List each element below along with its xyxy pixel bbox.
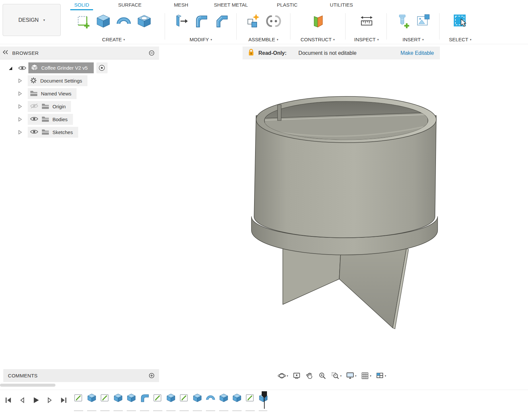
- offset-plane-icon[interactable]: [309, 12, 327, 30]
- toolbar-group-modify: MODIFY▾: [167, 11, 235, 44]
- fillet-icon[interactable]: [192, 12, 210, 30]
- workspace-tabbar: SOLID SURFACE MESH SHEET METAL PLASTIC U…: [68, 0, 358, 11]
- step-back-icon[interactable]: [16, 395, 28, 406]
- dropdown-caret-icon: ▾: [211, 38, 212, 41]
- timeline-feature-extrude-icon[interactable]: [232, 393, 242, 403]
- zoom-icon[interactable]: [317, 370, 328, 381]
- insert-dropdown[interactable]: INSERT▾: [390, 37, 436, 42]
- visibility-off-eye-icon[interactable]: [30, 103, 38, 110]
- main-toolbar: SOLID SURFACE MESH SHEET METAL PLASTIC U…: [0, 0, 528, 44]
- press-pull-icon[interactable]: [172, 12, 189, 30]
- skip-to-end-icon[interactable]: [58, 395, 69, 406]
- collapsed-caret-icon[interactable]: [17, 104, 23, 109]
- timeline-feature-sketch-icon[interactable]: [245, 393, 255, 403]
- modify-dropdown[interactable]: MODIFY▾: [167, 37, 235, 42]
- tree-row-bodies[interactable]: Bodies: [0, 113, 159, 126]
- tab-plastic[interactable]: PLASTIC: [272, 0, 302, 11]
- dropdown-caret-icon: ▾: [43, 18, 45, 22]
- select-dropdown[interactable]: SELECT▾: [443, 37, 478, 42]
- timeline-feature-sketch-icon[interactable]: [100, 393, 110, 403]
- step-forward-icon[interactable]: [44, 395, 55, 406]
- timeline-feature-sketch-icon[interactable]: [152, 393, 163, 403]
- skip-to-start-icon[interactable]: [3, 395, 14, 406]
- timeline-features: [73, 393, 269, 403]
- timeline-feature-extrude-icon[interactable]: [192, 393, 203, 403]
- view-navigation-toolbar: ▾ ▾ ▾ ▾ ▾: [277, 370, 387, 382]
- tree-row-origin[interactable]: Origin: [0, 100, 159, 113]
- orbit-icon[interactable]: ▾: [277, 370, 289, 381]
- collapsed-caret-icon[interactable]: [17, 78, 23, 83]
- component-cube-icon: [31, 64, 38, 72]
- dropdown-caret-icon: ▾: [340, 374, 342, 377]
- measure-icon[interactable]: [358, 12, 376, 30]
- dropdown-caret-icon: ▾: [355, 374, 356, 377]
- timeline-feature-extrude-icon[interactable]: [166, 393, 176, 403]
- activate-component-radio[interactable]: [96, 62, 108, 73]
- collapsed-caret-icon[interactable]: [17, 130, 23, 135]
- root-component-label: Coffee Grinder V2 v5: [41, 65, 88, 71]
- timeline-bar: [0, 390, 528, 420]
- timeline-feature-extrude-icon[interactable]: [126, 393, 137, 403]
- toolbar-group-inspect: INSPECT▾: [349, 11, 384, 44]
- collapse-panel-icon[interactable]: [3, 50, 8, 56]
- tab-solid[interactable]: SOLID: [70, 0, 94, 11]
- toolbar-group-construct: CONSTRUCT▾: [294, 11, 342, 44]
- timeline-feature-sketch-icon[interactable]: [179, 393, 189, 403]
- construct-dropdown[interactable]: CONSTRUCT▾: [294, 37, 342, 42]
- look-at-icon[interactable]: [291, 370, 302, 381]
- play-icon[interactable]: [30, 395, 42, 406]
- timeline-feature-sketch-icon[interactable]: [73, 393, 84, 403]
- new-component-icon[interactable]: [244, 12, 262, 30]
- expanded-caret-icon[interactable]: [7, 66, 13, 70]
- timeline-feature-fillet-icon[interactable]: [139, 393, 150, 403]
- comments-bar[interactable]: COMMENTS: [3, 369, 159, 382]
- tree-row-document-settings[interactable]: Document Settings: [0, 74, 159, 87]
- timeline-feature-extrude-icon[interactable]: [113, 393, 123, 403]
- grid-settings-icon[interactable]: ▾: [360, 370, 372, 381]
- inspect-dropdown[interactable]: INSPECT▾: [349, 37, 384, 42]
- joint-icon[interactable]: [265, 12, 282, 30]
- tree-row-named-views[interactable]: Named Views: [0, 87, 159, 100]
- chamfer-icon[interactable]: [213, 12, 230, 30]
- tree-row-root[interactable]: Coffee Grinder V2 v5: [0, 61, 159, 74]
- timeline-feature-revolve-icon[interactable]: [205, 393, 216, 403]
- visibility-eye-icon[interactable]: [30, 129, 38, 136]
- create-sketch-icon[interactable]: [74, 12, 92, 30]
- timeline-feature-extrude-icon[interactable]: [86, 393, 97, 403]
- tree-row-sketches[interactable]: Sketches: [0, 126, 159, 139]
- root-component-row[interactable]: Coffee Grinder V2 v5: [28, 62, 94, 73]
- visibility-eye-icon[interactable]: [30, 116, 38, 123]
- display-settings-icon[interactable]: ▾: [345, 370, 357, 381]
- tab-mesh[interactable]: MESH: [169, 0, 193, 11]
- canvas-icon[interactable]: [414, 12, 432, 30]
- gear-icon: [30, 77, 37, 85]
- design-menu-button[interactable]: DESIGN ▾: [3, 4, 61, 36]
- insert-fastener-icon[interactable]: [394, 12, 412, 30]
- tab-sheet-metal[interactable]: SHEET METAL: [209, 0, 252, 11]
- revolve-icon[interactable]: [115, 12, 133, 30]
- tree-item-label: Origin: [52, 104, 66, 109]
- extrude-icon[interactable]: [94, 12, 112, 30]
- dropdown-caret-icon: ▾: [377, 38, 379, 41]
- tab-surface[interactable]: SURFACE: [114, 0, 146, 11]
- assemble-dropdown[interactable]: ASSEMBLE▾: [240, 37, 286, 42]
- collapsed-caret-icon[interactable]: [17, 117, 23, 122]
- visibility-eye-icon[interactable]: [17, 65, 27, 71]
- timeline-feature-extrude-icon[interactable]: [218, 393, 229, 403]
- add-comment-icon[interactable]: [149, 373, 154, 378]
- timeline-position-marker[interactable]: [261, 391, 267, 411]
- viewports-icon[interactable]: ▾: [375, 370, 387, 381]
- horizontal-scrollbar[interactable]: [0, 384, 55, 387]
- hole-icon[interactable]: [135, 12, 153, 30]
- toolbar-group-assemble: ASSEMBLE▾: [240, 11, 286, 44]
- tab-utilities[interactable]: UTILITIES: [325, 0, 358, 11]
- pan-icon[interactable]: [304, 370, 315, 381]
- timeline-track[interactable]: [74, 410, 267, 411]
- make-editable-link[interactable]: Make Editable: [401, 50, 434, 56]
- collapsed-caret-icon[interactable]: [17, 91, 23, 96]
- window-zoom-icon[interactable]: ▾: [330, 370, 343, 381]
- collapse-all-icon[interactable]: [149, 50, 154, 56]
- create-dropdown[interactable]: CREATE▾: [69, 37, 158, 42]
- design-menu-label: DESIGN: [18, 17, 39, 23]
- select-icon[interactable]: [451, 12, 469, 30]
